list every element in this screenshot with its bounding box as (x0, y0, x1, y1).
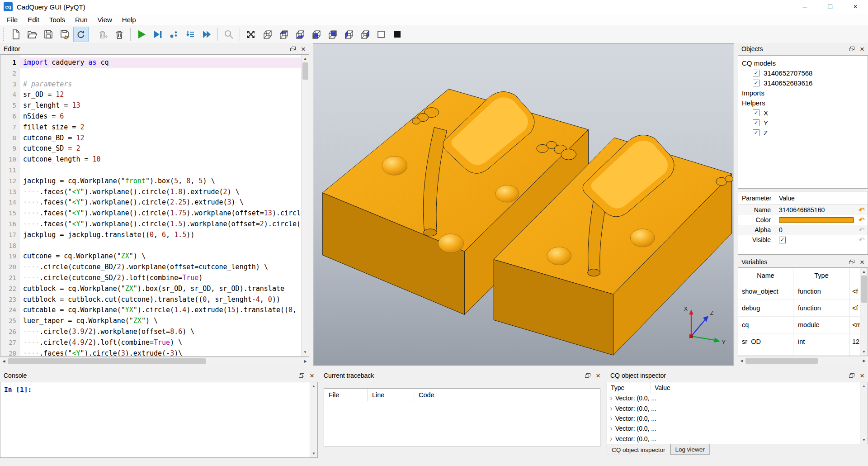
code-line[interactable]: 21····.circle(cutcone_SD/2).loft(combine… (0, 273, 301, 284)
code-editor[interactable]: 1import cadquery as cq23# parameters4sr_… (0, 54, 309, 357)
scroll-up-icon[interactable]: ▲ (860, 382, 868, 390)
right-view-button[interactable] (357, 27, 373, 42)
code-line[interactable]: 3# parameters (0, 79, 301, 90)
visibility-checkbox[interactable]: ✓ (753, 129, 760, 136)
code-line[interactable]: 24cutcable = cq.Workplane("YX").circle(1… (0, 305, 301, 316)
code-line[interactable]: 15····.faces("<Y").workplane().circle(1.… (0, 208, 301, 219)
minimize-button[interactable]: – (792, 0, 817, 14)
scroll-down-icon[interactable]: ▼ (310, 450, 318, 457)
code-line[interactable]: 18 (0, 241, 301, 252)
editor-horizontal-scrollbar[interactable]: ◀ ▶ (0, 357, 309, 365)
code-line[interactable]: 13····.faces("<Y").workplane().circle(1.… (0, 187, 301, 198)
code-line[interactable]: 17jackplug = jackplug.translate((0, 6, 1… (0, 230, 301, 241)
inspector-row[interactable]: ›Vector: (0.0, ... (607, 403, 868, 413)
float-panel-icon[interactable] (290, 47, 296, 52)
scroll-up-icon[interactable]: ▲ (310, 382, 318, 390)
3d-scene[interactable]: X Z Y (313, 44, 734, 365)
scroll-down-icon[interactable]: ▼ (302, 348, 309, 356)
scroll-right-icon[interactable]: ▶ (860, 357, 868, 365)
scroll-left-icon[interactable]: ◀ (738, 357, 745, 365)
top-view-button[interactable] (276, 27, 291, 42)
menu-file[interactable]: File (2, 14, 23, 25)
scroll-down-icon[interactable]: ▼ (860, 436, 868, 444)
code-line[interactable]: 14····.faces("<Y").workplane().circle(2.… (0, 197, 301, 208)
save-as-button[interactable] (57, 27, 72, 42)
menu-run[interactable]: Run (70, 14, 93, 25)
tree-item-3140652707568[interactable]: ✓3140652707568 (738, 68, 868, 78)
code-line[interactable]: 28····.faces("<Y").circle(3).extrude(-3)… (0, 348, 301, 356)
clear-model-button[interactable] (95, 27, 111, 42)
variable-row-show_object[interactable]: show_objectfunction<f (738, 283, 868, 300)
undo-icon[interactable]: ↶ (856, 206, 868, 214)
fit-view-button[interactable] (243, 27, 259, 42)
save-button[interactable] (41, 27, 56, 42)
code-line[interactable]: 20····.circle(cutcone_BD/2).workplane(of… (0, 262, 301, 273)
expand-chevron-icon[interactable]: › (607, 395, 615, 402)
float-panel-icon[interactable] (849, 373, 854, 378)
left-view-button[interactable] (341, 27, 356, 42)
variable-row-sr_lenght[interactable]: sr_lenghtint13 (738, 350, 868, 356)
visibility-checkbox[interactable]: ✓ (753, 119, 760, 126)
visibility-checkbox[interactable]: ✓ (753, 70, 760, 76)
tree-group-imports[interactable]: Imports (738, 88, 868, 98)
scroll-down-icon[interactable]: ▼ (860, 348, 868, 356)
step-button[interactable] (183, 27, 198, 42)
close-panel-icon[interactable]: × (860, 372, 864, 380)
iso-view-button[interactable] (259, 27, 275, 42)
tab-cq-object-inspector[interactable]: CQ object inspector (607, 444, 670, 455)
tree-item-3140652683616[interactable]: ✓3140652683616 (738, 78, 868, 88)
shaded-view-button[interactable] (390, 27, 405, 42)
menu-tools[interactable]: Tools (44, 14, 70, 25)
scrollbar-thumb[interactable] (745, 358, 818, 364)
title-bar[interactable]: cq CadQuery GUI (PyQT) – □ × (0, 0, 868, 14)
code-line[interactable]: 4sr_OD = 12 (0, 90, 301, 100)
code-line[interactable]: 27····.circle(4.9/2).loft(combine=True) … (0, 338, 301, 348)
color-swatch[interactable] (779, 217, 854, 223)
close-panel-icon[interactable]: × (301, 45, 306, 53)
maximize-button[interactable]: □ (817, 0, 843, 14)
code-line[interactable]: 23cutblock = cutblock.cut(cutcone).trans… (0, 295, 301, 305)
tree-group-helpers[interactable]: Helpers (738, 98, 868, 108)
code-line[interactable]: 9cutcone_SD = 2 (0, 143, 301, 154)
wireframe-view-button[interactable] (373, 27, 389, 42)
back-view-button[interactable] (325, 27, 340, 42)
expand-chevron-icon[interactable]: › (607, 425, 615, 432)
inspector-vertical-scrollbar[interactable]: ▲ ▼ (860, 382, 868, 444)
close-button[interactable]: × (843, 0, 868, 14)
bottom-view-button[interactable] (292, 27, 307, 42)
code-line[interactable]: 22cutblock = cq.Workplane("ZX").box(sr_O… (0, 284, 301, 295)
tree-item-y[interactable]: ✓Y (738, 118, 868, 128)
console[interactable]: In [1]: ▲ ▼ (0, 382, 318, 458)
close-panel-icon[interactable]: × (860, 258, 864, 266)
variables-vertical-scrollbar[interactable]: ▲ ▼ (860, 268, 868, 356)
variable-row-cq[interactable]: cqmodule<m (738, 317, 868, 333)
scroll-up-icon[interactable]: ▲ (860, 268, 868, 276)
tree-item-z[interactable]: ✓Z (738, 128, 868, 138)
reload-code-button[interactable] (73, 27, 89, 42)
console-vertical-scrollbar[interactable]: ▲ ▼ (310, 382, 317, 457)
float-panel-icon[interactable] (849, 260, 854, 265)
front-view-button[interactable] (308, 27, 324, 42)
inspector-row[interactable]: ›Vector: (0.0, ... (607, 434, 868, 444)
float-panel-icon[interactable] (849, 47, 854, 52)
close-panel-icon[interactable]: × (310, 372, 314, 380)
code-line[interactable]: 7fillet_size = 2 (0, 122, 301, 133)
code-line[interactable]: 8cutcone_BD = 12 (0, 133, 301, 144)
editor-vertical-scrollbar[interactable]: ▲ ▼ (301, 55, 309, 356)
scroll-right-icon[interactable]: ▶ (302, 357, 309, 365)
scrollbar-thumb[interactable] (861, 276, 867, 303)
menu-view[interactable]: View (93, 14, 117, 25)
inspect-button[interactable] (221, 27, 236, 42)
code-line[interactable]: 2 (0, 68, 301, 79)
code-line[interactable]: 16····.faces("<Y").workplane().circle(1.… (0, 219, 301, 230)
visibility-checkbox[interactable]: ✓ (753, 80, 760, 86)
inspector-row[interactable]: ›Vector: (0.0, ... (607, 414, 868, 423)
code-line[interactable]: 5sr_lenght = 13 (0, 100, 301, 111)
breakpoints-button[interactable] (166, 27, 182, 42)
close-panel-icon[interactable]: × (596, 372, 600, 380)
inspector-row[interactable]: ›Vector: (0.0, ... (607, 423, 868, 433)
menu-edit[interactable]: Edit (23, 14, 44, 25)
expand-chevron-icon[interactable]: › (607, 405, 615, 412)
code-line[interactable]: 26····.circle(3.9/2).workplane(offset=8.… (0, 327, 301, 338)
expand-chevron-icon[interactable]: › (607, 415, 615, 422)
